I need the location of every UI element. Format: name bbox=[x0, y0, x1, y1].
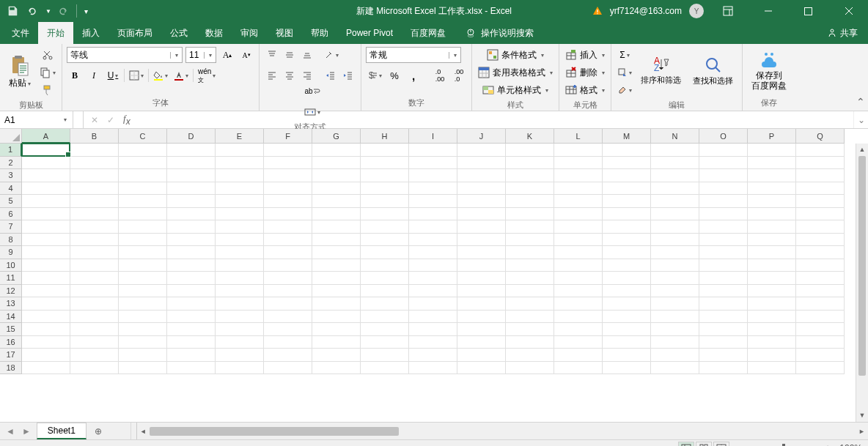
cell[interactable] bbox=[506, 169, 554, 182]
menu-tab-Power Pivot[interactable]: Power Pivot bbox=[337, 22, 402, 44]
cell[interactable] bbox=[216, 323, 264, 336]
cell[interactable] bbox=[264, 182, 312, 196]
close-button[interactable] bbox=[832, 0, 865, 22]
row-header[interactable]: 17 bbox=[0, 349, 22, 362]
zoom-level[interactable]: 100% bbox=[839, 443, 862, 447]
cell[interactable] bbox=[264, 234, 312, 247]
align-left-button[interactable] bbox=[264, 67, 280, 83]
cell[interactable] bbox=[603, 220, 651, 234]
copy-button[interactable]: ▾ bbox=[38, 64, 57, 81]
cell[interactable] bbox=[216, 182, 264, 196]
cell[interactable] bbox=[506, 157, 554, 170]
cell[interactable] bbox=[167, 169, 216, 182]
font-color-button[interactable]: ▾ bbox=[172, 67, 190, 83]
cell[interactable] bbox=[506, 182, 554, 196]
menu-tab-数据[interactable]: 数据 bbox=[196, 22, 232, 44]
cell[interactable] bbox=[651, 259, 699, 272]
cell[interactable] bbox=[796, 195, 845, 208]
cell[interactable] bbox=[70, 182, 119, 196]
cell[interactable] bbox=[264, 246, 312, 259]
cell[interactable] bbox=[554, 234, 603, 247]
cell[interactable] bbox=[796, 144, 845, 157]
cell[interactable] bbox=[22, 157, 70, 170]
cell[interactable] bbox=[748, 208, 796, 221]
cell[interactable] bbox=[312, 144, 361, 157]
cell[interactable] bbox=[312, 272, 361, 285]
formula-input[interactable] bbox=[138, 111, 853, 128]
cell[interactable] bbox=[748, 323, 796, 336]
vertical-scrollbar[interactable]: ▲ ▼ bbox=[856, 144, 868, 422]
cell[interactable] bbox=[264, 157, 312, 170]
cell[interactable] bbox=[361, 169, 409, 182]
cell[interactable] bbox=[457, 195, 506, 208]
cell[interactable] bbox=[216, 297, 264, 311]
cell[interactable] bbox=[22, 169, 70, 182]
cell[interactable] bbox=[409, 234, 457, 247]
scroll-thumb[interactable] bbox=[858, 156, 866, 376]
cell[interactable] bbox=[409, 246, 457, 259]
find-select-button[interactable]: 查找和选择 bbox=[688, 47, 738, 95]
cell[interactable] bbox=[651, 362, 699, 375]
cell[interactable] bbox=[699, 336, 748, 349]
cell[interactable] bbox=[506, 311, 554, 324]
cell[interactable] bbox=[312, 195, 361, 208]
menu-tab-开始[interactable]: 开始 bbox=[38, 22, 73, 44]
cell[interactable] bbox=[796, 157, 845, 170]
cell[interactable] bbox=[312, 220, 361, 234]
cell[interactable] bbox=[699, 169, 748, 182]
cell[interactable] bbox=[264, 220, 312, 234]
increase-decimal-button[interactable]: .0.00 bbox=[432, 67, 448, 83]
cell[interactable] bbox=[699, 208, 748, 221]
cell[interactable] bbox=[554, 297, 603, 311]
cell[interactable] bbox=[409, 323, 457, 336]
cell[interactable] bbox=[796, 182, 845, 196]
cell[interactable] bbox=[167, 323, 216, 336]
column-header[interactable]: B bbox=[70, 129, 119, 144]
cell[interactable] bbox=[603, 362, 651, 375]
cell[interactable] bbox=[409, 362, 457, 375]
row-header[interactable]: 9 bbox=[0, 246, 22, 259]
decrease-decimal-button[interactable]: .00.0 bbox=[451, 67, 467, 83]
cell[interactable] bbox=[748, 272, 796, 285]
cell[interactable] bbox=[361, 349, 409, 362]
cell[interactable] bbox=[409, 157, 457, 170]
cell[interactable] bbox=[70, 195, 119, 208]
cell[interactable] bbox=[361, 208, 409, 221]
name-box-dropdown[interactable]: ▾ bbox=[59, 116, 72, 123]
cell[interactable] bbox=[409, 336, 457, 349]
cell[interactable] bbox=[651, 169, 699, 182]
cell[interactable] bbox=[312, 285, 361, 298]
cell[interactable] bbox=[119, 246, 167, 259]
menu-tab-文件[interactable]: 文件 bbox=[3, 22, 38, 44]
column-header[interactable]: F bbox=[264, 129, 312, 144]
cell[interactable] bbox=[216, 169, 264, 182]
cell[interactable] bbox=[554, 311, 603, 324]
column-header[interactable]: I bbox=[409, 129, 457, 144]
redo-icon[interactable] bbox=[57, 4, 70, 18]
merge-button[interactable]: ▾ bbox=[268, 104, 356, 120]
cell[interactable] bbox=[796, 349, 845, 362]
cell[interactable] bbox=[457, 285, 506, 298]
cell[interactable] bbox=[119, 157, 167, 170]
cell[interactable] bbox=[506, 285, 554, 298]
cell[interactable] bbox=[264, 144, 312, 157]
cell[interactable] bbox=[603, 323, 651, 336]
cell[interactable] bbox=[409, 208, 457, 221]
cell[interactable] bbox=[603, 144, 651, 157]
row-header[interactable]: 3 bbox=[0, 169, 22, 182]
cell[interactable] bbox=[409, 349, 457, 362]
font-size-combo[interactable]: 11▾ bbox=[185, 47, 216, 63]
cell[interactable] bbox=[312, 323, 361, 336]
cell[interactable] bbox=[651, 297, 699, 311]
clear-button[interactable]: ▾ bbox=[616, 82, 633, 98]
cell[interactable] bbox=[264, 208, 312, 221]
cell[interactable] bbox=[119, 195, 167, 208]
cell[interactable] bbox=[264, 323, 312, 336]
cell[interactable] bbox=[167, 311, 216, 324]
cell[interactable] bbox=[748, 144, 796, 157]
cell[interactable] bbox=[22, 220, 70, 234]
cell[interactable] bbox=[22, 297, 70, 311]
cell[interactable] bbox=[409, 144, 457, 157]
cell[interactable] bbox=[651, 220, 699, 234]
cell[interactable] bbox=[699, 234, 748, 247]
